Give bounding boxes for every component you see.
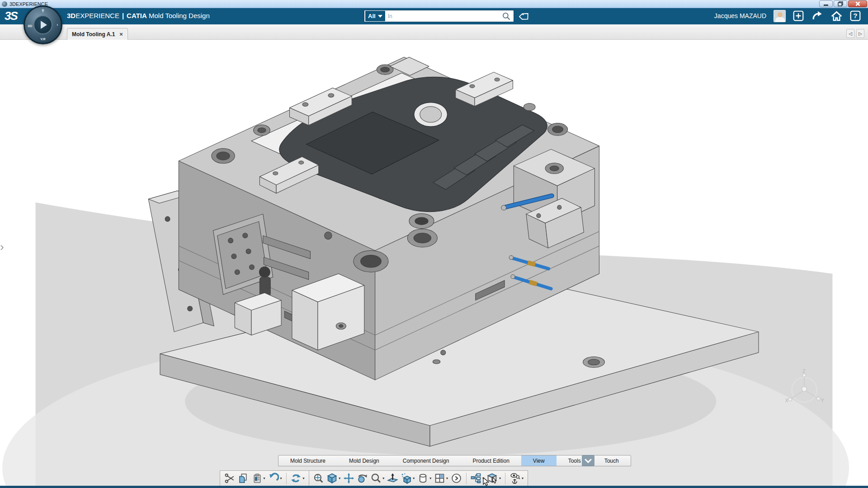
toolbar-button-more[interactable] (450, 472, 463, 485)
toolbar-button-normal-view[interactable] (386, 472, 400, 485)
minimize-button[interactable] (819, 0, 833, 7)
mouse-cursor (483, 477, 490, 487)
select-manipulate-dropdown-caret[interactable]: ▼ (498, 477, 502, 480)
toolbar-group: ▼▼▼▼▼▼▼▼ (309, 470, 528, 486)
axis-z-label: Z (802, 369, 805, 374)
compass-3d-quadrant[interactable]: 3D (28, 24, 32, 28)
3d-compass-widget[interactable]: 3D V.R ⚲ ι (24, 5, 62, 44)
zoom-icon (370, 473, 382, 484)
rotate-icon (357, 473, 368, 484)
iso-view-dropdown-caret[interactable]: ▼ (338, 477, 342, 480)
toolbar-button-cylinder[interactable] (416, 472, 430, 485)
cylinder-dropdown-caret[interactable]: ▼ (429, 477, 433, 480)
visibility-anchor-dropdown-caret[interactable]: ▼ (521, 477, 525, 480)
tag-icon[interactable] (519, 11, 531, 22)
toolbar-button-paste[interactable] (250, 472, 264, 485)
toolbar-button-design-tree[interactable] (469, 472, 483, 485)
toolbar-button-hide-show[interactable] (400, 472, 413, 485)
action-tab-mold-design[interactable]: Mold Design (337, 455, 391, 466)
bottom-accent-strip (0, 486, 868, 488)
os-title-bar: 3DEXPERIENCE (0, 0, 868, 8)
pan-icon (343, 473, 354, 484)
action-tab-product-edition[interactable]: Product Edition (461, 455, 521, 466)
toolbar-divider (505, 473, 505, 484)
help-button[interactable]: ? (849, 9, 862, 22)
toolbar-button-zoom[interactable] (369, 472, 383, 485)
paste-dropdown-caret[interactable]: ▼ (263, 477, 267, 480)
help-icon: ? (849, 10, 861, 22)
action-tab-touch[interactable]: Touch (593, 455, 631, 466)
document-tab-bar: Mold Tooling A.1 × ◁ ▷ (0, 24, 868, 40)
undo-dropdown-caret[interactable]: ▼ (279, 477, 283, 480)
tab-scroll-right-button[interactable]: ▷ (856, 29, 864, 38)
add-content-button[interactable] (792, 9, 805, 22)
toolbar-button-copy[interactable] (236, 472, 250, 485)
restore-button[interactable] (834, 0, 847, 7)
mold-tooling-3d-model[interactable]: X Y Z (0, 40, 868, 486)
panel-expander-chevron[interactable]: › (0, 241, 4, 253)
normal-view-icon (387, 473, 398, 484)
quad-view-dropdown-caret[interactable]: ▼ (446, 477, 450, 480)
compass-vr-quadrant[interactable]: V.R (40, 38, 45, 41)
toolbar-button-fit-all[interactable] (312, 472, 326, 485)
tab-scroll-left-button[interactable]: ◁ (846, 29, 854, 38)
zoom-dropdown-caret[interactable]: ▼ (382, 477, 386, 480)
tab-close-icon[interactable]: × (119, 31, 123, 38)
toolbar-button-visibility-anchor[interactable] (508, 472, 522, 485)
user-avatar[interactable] (774, 10, 786, 22)
toolbar-button-pan[interactable] (342, 472, 356, 485)
toolbar-button-undo[interactable] (267, 472, 280, 485)
paste-icon (251, 473, 263, 484)
action-bar-toolbar: ▼▼▼▼▼▼▼▼▼▼▼ (220, 470, 528, 486)
user-name[interactable]: Jacques MAZAUD (714, 12, 766, 19)
action-bar-collapse-button[interactable] (582, 455, 594, 466)
axis-x-label: X (785, 398, 788, 403)
compass-info-quadrant[interactable]: ι (57, 23, 58, 26)
chevron-down-icon (378, 15, 382, 18)
document-tab-mold-tooling[interactable]: Mold Tooling A.1 × (67, 28, 128, 40)
3d-viewport[interactable]: X Y Z › (0, 40, 868, 486)
toolbar-button-rotate[interactable] (356, 472, 369, 485)
global-search-bar: All (364, 10, 514, 22)
minimize-icon (824, 2, 828, 6)
chevron-down-icon (585, 459, 592, 463)
hide-show-dropdown-caret[interactable]: ▼ (412, 477, 416, 480)
action-bar-tabs: Mold StructureMold DesignComponent Desig… (278, 455, 631, 466)
update-dropdown-caret[interactable]: ▼ (302, 477, 306, 480)
hide-show-icon (401, 473, 412, 484)
undo-icon (268, 473, 279, 484)
restore-icon (838, 1, 843, 6)
app-title: 3DEXPERIENCE|CATIA Mold Tooling Design (67, 12, 210, 19)
app-icon (2, 1, 7, 7)
search-icon[interactable] (502, 12, 511, 21)
compass-people-quadrant[interactable]: ⚲ (42, 9, 44, 13)
action-tab-mold-structure[interactable]: Mold Structure (278, 455, 337, 466)
plus-icon (793, 10, 804, 22)
svg-text:?: ? (853, 12, 857, 19)
cut-icon (224, 473, 236, 484)
action-tab-view[interactable]: View (521, 455, 557, 466)
dassault-3ds-logo[interactable]: 3S (5, 9, 17, 23)
toolbar-divider (466, 473, 467, 484)
share-arrow-icon (811, 10, 823, 22)
action-tab-component-design[interactable]: Component Design (391, 455, 461, 466)
axis-y-label: Y (821, 398, 824, 403)
close-icon (855, 1, 860, 6)
toolbar-group: ▼▼▼ (220, 470, 309, 486)
fit-all-icon (313, 473, 324, 484)
toolbar-divider (286, 473, 287, 484)
toolbar-button-iso-view[interactable] (326, 472, 339, 485)
search-input[interactable] (385, 13, 502, 19)
search-scope-dropdown[interactable]: All (365, 11, 385, 21)
visibility-anchor-icon (509, 473, 521, 484)
share-button[interactable] (811, 9, 824, 22)
design-tree-icon (470, 473, 481, 484)
close-button[interactable] (848, 0, 867, 7)
iso-view-icon (326, 473, 338, 484)
toolbar-button-cut[interactable] (223, 472, 236, 485)
toolbar-button-update[interactable] (289, 472, 303, 485)
copy-icon (238, 473, 249, 484)
toolbar-button-quad-view[interactable] (433, 472, 447, 485)
home-button[interactable] (830, 9, 843, 22)
update-icon (290, 473, 302, 484)
